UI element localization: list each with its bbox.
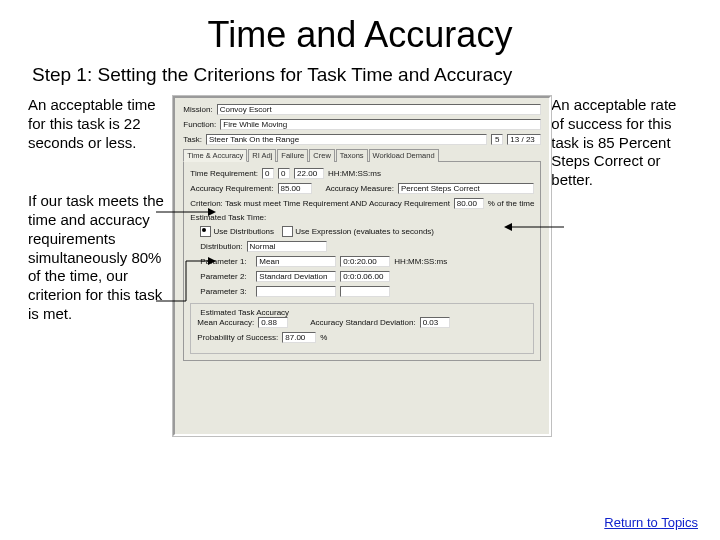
- mean-accuracy-field[interactable]: 0.88: [258, 317, 288, 328]
- time-mm[interactable]: 0: [278, 168, 290, 179]
- param1-name-field[interactable]: Mean: [256, 256, 336, 267]
- use-distributions-radio[interactable]: Use Distributions: [200, 226, 274, 237]
- time-unit-label: HH:MM:SS:ms: [328, 169, 381, 178]
- tab-workload[interactable]: Workload Demand: [369, 149, 439, 162]
- mission-field[interactable]: Convoy Escort: [217, 104, 542, 115]
- criterion-field[interactable]: 80.00: [454, 198, 484, 209]
- param2-name-field[interactable]: Standard Deviation: [256, 271, 336, 282]
- acc-req-field[interactable]: 85.00: [278, 183, 312, 194]
- time-req-label: Time Requirement:: [190, 169, 258, 178]
- param3-label: Parameter 3:: [200, 287, 252, 296]
- param3-value-field[interactable]: [340, 286, 390, 297]
- criterion-pct-label: % of the time: [488, 199, 535, 208]
- distribution-field[interactable]: Normal: [247, 241, 327, 252]
- param1-value-field[interactable]: 0:0:20.00: [340, 256, 390, 267]
- tab-time-accuracy[interactable]: Time & Accuracy: [183, 149, 247, 162]
- param2-label: Parameter 2:: [200, 272, 252, 281]
- accuracy-sd-field[interactable]: 0.03: [420, 317, 450, 328]
- task-field[interactable]: Steer Tank On the Range: [206, 134, 487, 145]
- time-ss[interactable]: 22.00: [294, 168, 324, 179]
- prob-success-label: Probability of Success:: [197, 333, 278, 342]
- criterion-label: Criterion: Task must meet Time Requireme…: [190, 199, 450, 208]
- task-properties-panel: Mission: Convoy Escort Function: Fire Wh…: [173, 96, 551, 436]
- accuracy-sd-label: Accuracy Standard Deviation:: [310, 318, 415, 327]
- left-note-criterion: If our task meets the time and accuracy …: [28, 192, 173, 323]
- param2-value-field[interactable]: 0:0:0.06.00: [340, 271, 390, 282]
- estimated-accuracy-group: Estimated Task Accuracy Mean Accuracy: 0…: [190, 303, 534, 354]
- param3-name-field[interactable]: [256, 286, 336, 297]
- tab-failure[interactable]: Failure: [277, 149, 308, 162]
- task-index-field[interactable]: 5: [491, 134, 503, 145]
- page-title: Time and Accuracy: [28, 14, 692, 56]
- acc-measure-field[interactable]: Percent Steps Correct: [398, 183, 534, 194]
- function-label: Function:: [183, 120, 216, 129]
- task-label: Task:: [183, 135, 202, 144]
- task-of-field[interactable]: 13 / 23: [507, 134, 541, 145]
- tab-crew[interactable]: Crew: [309, 149, 335, 162]
- page-subtitle: Step 1: Setting the Criterions for Task …: [32, 64, 692, 86]
- mean-accuracy-label: Mean Accuracy:: [197, 318, 254, 327]
- tab-page-time-accuracy: Time Requirement: 0 0 22.00 HH:MM:SS:ms …: [183, 161, 541, 361]
- function-field[interactable]: Fire While Moving: [220, 119, 541, 130]
- prob-success-pct: %: [320, 333, 327, 342]
- tab-ri-adj[interactable]: RI Adj: [248, 149, 276, 162]
- use-expression-label: Use Expression (evaluates to seconds): [295, 227, 434, 236]
- param1-label: Parameter 1:: [200, 257, 252, 266]
- prob-success-field[interactable]: 87.00: [282, 332, 316, 343]
- distribution-label: Distribution:: [200, 242, 242, 251]
- est-task-time-label: Estimated Task Time:: [190, 213, 266, 222]
- tab-taxons[interactable]: Taxons: [336, 149, 368, 162]
- mission-label: Mission:: [183, 105, 212, 114]
- use-expression-radio[interactable]: Use Expression (evaluates to seconds): [282, 226, 434, 237]
- estimated-accuracy-title: Estimated Task Accuracy: [197, 308, 292, 317]
- return-to-topics-link[interactable]: Return to Topics: [604, 515, 698, 530]
- time-hh[interactable]: 0: [262, 168, 274, 179]
- use-distributions-label: Use Distributions: [214, 227, 274, 236]
- right-note-accuracy: An acceptable rate of success for this t…: [551, 96, 692, 190]
- left-note-time: An acceptable time for this task is 22 s…: [28, 96, 173, 152]
- acc-req-label: Accuracy Requirement:: [190, 184, 273, 193]
- acc-measure-label: Accuracy Measure:: [326, 184, 394, 193]
- param1-unit-label: HH:MM:SS:ms: [394, 257, 447, 266]
